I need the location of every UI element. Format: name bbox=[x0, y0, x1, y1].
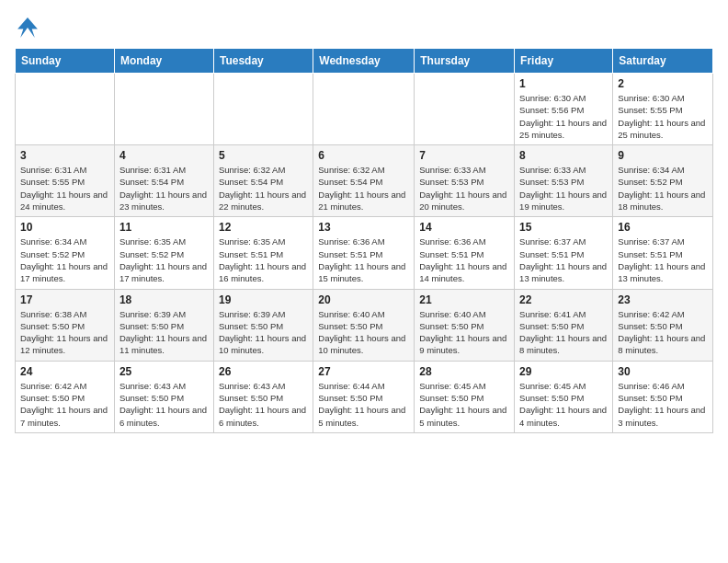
calendar-cell: 4Sunrise: 6:31 AM Sunset: 5:54 PM Daylig… bbox=[114, 145, 213, 217]
day-number: 13 bbox=[318, 221, 409, 234]
day-info: Sunrise: 6:35 AM Sunset: 5:51 PM Dayligh… bbox=[219, 236, 308, 284]
day-number: 3 bbox=[20, 149, 109, 162]
day-info: Sunrise: 6:34 AM Sunset: 5:52 PM Dayligh… bbox=[618, 164, 708, 213]
calendar-cell bbox=[213, 74, 313, 145]
calendar-cell: 11Sunrise: 6:35 AM Sunset: 5:52 PM Dayli… bbox=[114, 217, 213, 289]
day-info: Sunrise: 6:37 AM Sunset: 5:51 PM Dayligh… bbox=[618, 236, 708, 284]
calendar-cell: 17Sunrise: 6:38 AM Sunset: 5:50 PM Dayli… bbox=[16, 289, 115, 361]
calendar-cell bbox=[313, 74, 415, 145]
day-info: Sunrise: 6:45 AM Sunset: 5:50 PM Dayligh… bbox=[419, 380, 509, 429]
day-info: Sunrise: 6:44 AM Sunset: 5:50 PM Dayligh… bbox=[318, 380, 409, 429]
calendar-cell: 12Sunrise: 6:35 AM Sunset: 5:51 PM Dayli… bbox=[213, 217, 313, 289]
calendar-cell: 20Sunrise: 6:40 AM Sunset: 5:50 PM Dayli… bbox=[313, 289, 415, 361]
day-number: 17 bbox=[20, 293, 109, 306]
calendar-cell: 8Sunrise: 6:33 AM Sunset: 5:53 PM Daylig… bbox=[515, 145, 613, 217]
calendar-cell: 27Sunrise: 6:44 AM Sunset: 5:50 PM Dayli… bbox=[313, 361, 415, 432]
calendar-week-row: 17Sunrise: 6:38 AM Sunset: 5:50 PM Dayli… bbox=[16, 289, 713, 361]
day-number: 25 bbox=[119, 365, 209, 378]
day-number: 6 bbox=[318, 149, 409, 162]
calendar-cell: 2Sunrise: 6:30 AM Sunset: 5:55 PM Daylig… bbox=[613, 74, 713, 145]
day-info: Sunrise: 6:33 AM Sunset: 5:53 PM Dayligh… bbox=[419, 164, 509, 213]
day-info: Sunrise: 6:36 AM Sunset: 5:51 PM Dayligh… bbox=[318, 236, 409, 284]
calendar-week-row: 3Sunrise: 6:31 AM Sunset: 5:55 PM Daylig… bbox=[16, 145, 713, 217]
day-info: Sunrise: 6:45 AM Sunset: 5:50 PM Dayligh… bbox=[519, 380, 608, 429]
calendar-cell: 21Sunrise: 6:40 AM Sunset: 5:50 PM Dayli… bbox=[415, 289, 515, 361]
day-number: 24 bbox=[20, 365, 109, 378]
day-info: Sunrise: 6:40 AM Sunset: 5:50 PM Dayligh… bbox=[419, 308, 509, 357]
day-info: Sunrise: 6:42 AM Sunset: 5:50 PM Dayligh… bbox=[618, 308, 708, 357]
calendar-week-row: 10Sunrise: 6:34 AM Sunset: 5:52 PM Dayli… bbox=[16, 217, 713, 289]
weekday-header-thursday: Thursday bbox=[415, 49, 515, 74]
day-info: Sunrise: 6:39 AM Sunset: 5:50 PM Dayligh… bbox=[219, 308, 308, 357]
day-info: Sunrise: 6:42 AM Sunset: 5:50 PM Dayligh… bbox=[20, 380, 109, 429]
day-number: 7 bbox=[419, 149, 509, 162]
day-info: Sunrise: 6:43 AM Sunset: 5:50 PM Dayligh… bbox=[219, 380, 308, 429]
day-info: Sunrise: 6:33 AM Sunset: 5:53 PM Dayligh… bbox=[519, 164, 608, 213]
calendar-cell: 14Sunrise: 6:36 AM Sunset: 5:51 PM Dayli… bbox=[415, 217, 515, 289]
day-info: Sunrise: 6:30 AM Sunset: 5:55 PM Dayligh… bbox=[618, 92, 708, 141]
calendar-cell: 23Sunrise: 6:42 AM Sunset: 5:50 PM Dayli… bbox=[613, 289, 713, 361]
calendar-week-row: 1Sunrise: 6:30 AM Sunset: 5:56 PM Daylig… bbox=[16, 74, 713, 145]
weekday-header-sunday: Sunday bbox=[16, 49, 115, 74]
day-info: Sunrise: 6:40 AM Sunset: 5:50 PM Dayligh… bbox=[318, 308, 409, 357]
calendar-cell: 3Sunrise: 6:31 AM Sunset: 5:55 PM Daylig… bbox=[16, 145, 115, 217]
weekday-header-tuesday: Tuesday bbox=[213, 49, 313, 74]
day-info: Sunrise: 6:38 AM Sunset: 5:50 PM Dayligh… bbox=[20, 308, 109, 357]
day-number: 1 bbox=[519, 77, 608, 90]
calendar-cell: 22Sunrise: 6:41 AM Sunset: 5:50 PM Dayli… bbox=[515, 289, 613, 361]
day-number: 11 bbox=[119, 221, 209, 234]
calendar-cell bbox=[16, 74, 115, 145]
day-info: Sunrise: 6:46 AM Sunset: 5:50 PM Dayligh… bbox=[618, 380, 708, 429]
weekday-header-wednesday: Wednesday bbox=[313, 49, 415, 74]
calendar-cell: 25Sunrise: 6:43 AM Sunset: 5:50 PM Dayli… bbox=[114, 361, 213, 432]
calendar-cell: 19Sunrise: 6:39 AM Sunset: 5:50 PM Dayli… bbox=[213, 289, 313, 361]
calendar-cell: 5Sunrise: 6:32 AM Sunset: 5:54 PM Daylig… bbox=[213, 145, 313, 217]
day-number: 10 bbox=[20, 221, 109, 234]
day-number: 14 bbox=[419, 221, 509, 234]
day-number: 15 bbox=[519, 221, 608, 234]
day-info: Sunrise: 6:36 AM Sunset: 5:51 PM Dayligh… bbox=[419, 236, 509, 284]
day-number: 29 bbox=[519, 365, 608, 378]
day-number: 21 bbox=[419, 293, 509, 306]
day-number: 23 bbox=[618, 293, 708, 306]
calendar-table: SundayMondayTuesdayWednesdayThursdayFrid… bbox=[15, 48, 713, 433]
day-number: 20 bbox=[318, 293, 409, 306]
day-info: Sunrise: 6:32 AM Sunset: 5:54 PM Dayligh… bbox=[219, 164, 308, 213]
calendar-cell: 6Sunrise: 6:32 AM Sunset: 5:54 PM Daylig… bbox=[313, 145, 415, 217]
logo-icon bbox=[15, 15, 40, 40]
day-number: 26 bbox=[219, 365, 308, 378]
calendar-cell: 16Sunrise: 6:37 AM Sunset: 5:51 PM Dayli… bbox=[613, 217, 713, 289]
day-info: Sunrise: 6:31 AM Sunset: 5:54 PM Dayligh… bbox=[119, 164, 209, 213]
calendar-header-row: SundayMondayTuesdayWednesdayThursdayFrid… bbox=[16, 49, 713, 74]
calendar-cell: 30Sunrise: 6:46 AM Sunset: 5:50 PM Dayli… bbox=[613, 361, 713, 432]
day-info: Sunrise: 6:32 AM Sunset: 5:54 PM Dayligh… bbox=[318, 164, 409, 213]
calendar-cell: 7Sunrise: 6:33 AM Sunset: 5:53 PM Daylig… bbox=[415, 145, 515, 217]
calendar-cell: 29Sunrise: 6:45 AM Sunset: 5:50 PM Dayli… bbox=[515, 361, 613, 432]
calendar-cell: 1Sunrise: 6:30 AM Sunset: 5:56 PM Daylig… bbox=[515, 74, 613, 145]
day-number: 28 bbox=[419, 365, 509, 378]
weekday-header-friday: Friday bbox=[515, 49, 613, 74]
weekday-header-monday: Monday bbox=[114, 49, 213, 74]
day-number: 30 bbox=[618, 365, 708, 378]
day-info: Sunrise: 6:35 AM Sunset: 5:52 PM Dayligh… bbox=[119, 236, 209, 284]
calendar-cell: 15Sunrise: 6:37 AM Sunset: 5:51 PM Dayli… bbox=[515, 217, 613, 289]
day-info: Sunrise: 6:39 AM Sunset: 5:50 PM Dayligh… bbox=[119, 308, 209, 357]
day-number: 5 bbox=[219, 149, 308, 162]
calendar-cell bbox=[114, 74, 213, 145]
day-number: 12 bbox=[219, 221, 308, 234]
day-info: Sunrise: 6:34 AM Sunset: 5:52 PM Dayligh… bbox=[20, 236, 109, 284]
day-info: Sunrise: 6:30 AM Sunset: 5:56 PM Dayligh… bbox=[519, 92, 608, 141]
calendar-cell: 9Sunrise: 6:34 AM Sunset: 5:52 PM Daylig… bbox=[613, 145, 713, 217]
day-number: 19 bbox=[219, 293, 308, 306]
day-number: 18 bbox=[119, 293, 209, 306]
day-number: 27 bbox=[318, 365, 409, 378]
logo bbox=[15, 15, 44, 40]
day-number: 22 bbox=[519, 293, 608, 306]
day-info: Sunrise: 6:37 AM Sunset: 5:51 PM Dayligh… bbox=[519, 236, 608, 284]
calendar-cell: 28Sunrise: 6:45 AM Sunset: 5:50 PM Dayli… bbox=[415, 361, 515, 432]
day-info: Sunrise: 6:43 AM Sunset: 5:50 PM Dayligh… bbox=[119, 380, 209, 429]
day-number: 8 bbox=[519, 149, 608, 162]
day-info: Sunrise: 6:31 AM Sunset: 5:55 PM Dayligh… bbox=[20, 164, 109, 213]
page-header bbox=[15, 15, 713, 40]
day-number: 4 bbox=[119, 149, 209, 162]
